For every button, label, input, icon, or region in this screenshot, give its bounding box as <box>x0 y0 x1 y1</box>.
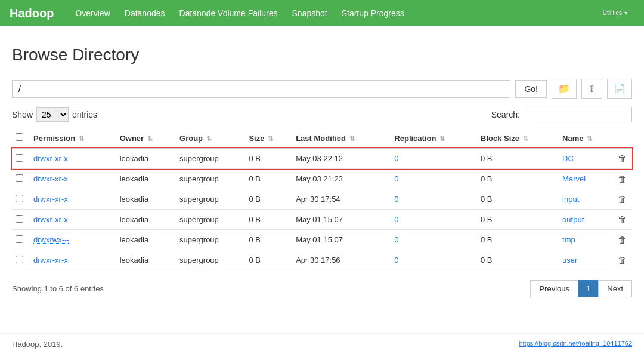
name-cell[interactable]: tmp <box>562 235 575 244</box>
size-cell: 0 B <box>245 169 292 189</box>
row-checkbox-0[interactable] <box>16 154 23 162</box>
upload-icon: ⇧ <box>588 84 596 94</box>
table-row: drwxr-xr-xleokadiasupergroup0 BApr 30 17… <box>12 250 632 270</box>
show-label-pre: Show <box>12 110 33 119</box>
footer-bar: Showing 1 to 6 of 6 entries Previous 1 N… <box>12 280 632 297</box>
row-checkbox-3[interactable] <box>16 215 23 223</box>
sort-icon: ⇅ <box>79 135 84 143</box>
replication-cell[interactable]: 0 <box>394 154 398 163</box>
name-cell[interactable]: DC <box>562 154 574 163</box>
entries-select[interactable]: 102550100 <box>36 107 69 122</box>
replication-cell[interactable]: 0 <box>394 215 398 224</box>
path-input[interactable] <box>12 80 510 98</box>
name-cell[interactable]: input <box>562 195 579 204</box>
replication-cell[interactable]: 0 <box>394 235 398 244</box>
permission-cell[interactable]: drwxr-xr-x <box>33 215 68 224</box>
sort-icon: ⇅ <box>439 135 445 143</box>
block-size-cell: 0 B <box>477 250 559 270</box>
nav-link-datanodes[interactable]: Datanodes <box>117 0 172 26</box>
site-footer-link[interactable]: https://blog.csdn.net/roaling_10411762 <box>519 340 632 347</box>
group-cell: supergroup <box>176 250 245 270</box>
page-number: 1 <box>578 280 598 297</box>
size-cell: 0 B <box>245 250 292 270</box>
size-cell: 0 B <box>245 230 292 250</box>
col-last-modified[interactable]: Last Modified ⇅ <box>292 128 391 148</box>
block-size-cell: 0 B <box>477 148 559 169</box>
brand-logo: Hadoop <box>10 7 54 20</box>
permission-cell[interactable]: drwxr-xr-x <box>33 195 68 204</box>
row-checkbox-4[interactable] <box>16 235 23 243</box>
navbar: Hadoop OverviewDatanodesDatanode Volume … <box>0 0 644 26</box>
name-cell[interactable]: user <box>562 256 577 264</box>
delete-icon[interactable]: 🗑 <box>618 174 627 184</box>
last-modified-cell: Apr 30 17:56 <box>292 250 391 270</box>
delete-icon[interactable]: 🗑 <box>618 153 627 164</box>
name-cell[interactable]: output <box>562 215 584 224</box>
col-owner[interactable]: Owner ⇅ <box>116 128 176 148</box>
nav-link-overview[interactable]: Overview <box>68 0 117 26</box>
row-checkbox-2[interactable] <box>16 195 23 202</box>
col-group[interactable]: Group ⇅ <box>176 128 245 148</box>
permission-cell[interactable]: drwxr-xr-x <box>33 174 68 183</box>
replication-cell[interactable]: 0 <box>394 195 398 204</box>
group-cell: supergroup <box>176 169 245 189</box>
file-icon-button[interactable]: 📄 <box>607 79 632 99</box>
block-size-cell: 0 B <box>477 169 559 189</box>
directory-table: Permission ⇅Owner ⇅Group ⇅Size ⇅Last Mod… <box>12 128 632 270</box>
file-icon: 📄 <box>614 84 626 94</box>
folder-icon-button[interactable]: 📁 <box>552 79 577 99</box>
col-permission[interactable]: Permission ⇅ <box>30 128 116 148</box>
nav-link-snapshot[interactable]: Snapshot <box>285 0 335 26</box>
previous-button[interactable]: Previous <box>530 280 578 297</box>
delete-icon[interactable]: 🗑 <box>618 255 627 265</box>
showing-text: Showing 1 to 6 of 6 entries <box>12 284 104 293</box>
owner-cell: leokadia <box>116 250 176 270</box>
last-modified-cell: May 03 22:12 <box>292 148 391 169</box>
col-name[interactable]: Name ⇅ <box>559 128 614 148</box>
select-all-checkbox[interactable] <box>16 133 23 141</box>
delete-icon[interactable]: 🗑 <box>618 214 627 224</box>
col-block-size[interactable]: Block Size ⇅ <box>477 128 559 148</box>
show-search-row: Show 102550100 entries Search: <box>12 107 632 122</box>
col-action <box>614 128 632 148</box>
replication-cell[interactable]: 0 <box>394 174 398 183</box>
group-cell: supergroup <box>176 210 245 230</box>
last-modified-cell: May 03 21:23 <box>292 169 391 189</box>
group-cell: supergroup <box>176 189 245 210</box>
search-label: Search: <box>491 110 520 119</box>
search-input[interactable] <box>525 107 632 122</box>
sort-icon: ⇅ <box>349 135 355 143</box>
sort-icon: ⇅ <box>206 135 212 143</box>
utilities-dropdown[interactable]: Utilities ▾ <box>593 0 634 26</box>
table-row: drwxr-xr-xleokadiasupergroup0 BMay 03 21… <box>12 169 632 189</box>
row-checkbox-1[interactable] <box>16 174 23 182</box>
next-button[interactable]: Next <box>598 280 632 297</box>
site-footer: Hadoop, 2019. https://blog.csdn.net/roal… <box>0 333 644 355</box>
delete-icon[interactable]: 🗑 <box>618 194 627 204</box>
row-checkbox-5[interactable] <box>16 256 23 263</box>
page-title: Browse Directory <box>12 45 632 64</box>
owner-cell: leokadia <box>116 210 176 230</box>
delete-icon[interactable]: 🗑 <box>618 235 627 245</box>
nav-link-startup-progress[interactable]: Startup Progress <box>335 0 411 26</box>
go-button[interactable]: Go! <box>515 80 547 98</box>
permission-cell[interactable]: drwxrwx--- <box>33 235 70 244</box>
name-cell[interactable]: Marvel <box>562 174 586 183</box>
col-replication[interactable]: Replication ⇅ <box>391 128 477 148</box>
path-bar: Go! 📁 ⇧ 📄 <box>12 79 632 99</box>
upload-icon-button[interactable]: ⇧ <box>581 79 602 99</box>
nav-link-datanode-volume-failures[interactable]: Datanode Volume Failures <box>172 0 285 26</box>
search-area: Search: <box>491 107 632 122</box>
block-size-cell: 0 B <box>477 210 559 230</box>
folder-icon: 📁 <box>558 84 570 94</box>
permission-cell[interactable]: drwxr-xr-x <box>33 154 68 163</box>
sort-icon: ⇅ <box>147 135 153 143</box>
table-row: drwxr-xr-xleokadiasupergroup0 BMay 03 22… <box>12 148 632 169</box>
block-size-cell: 0 B <box>477 230 559 250</box>
replication-cell[interactable]: 0 <box>394 256 398 264</box>
table-row: drwxrwx---leokadiasupergroup0 BMay 01 15… <box>12 230 632 250</box>
block-size-cell: 0 B <box>477 189 559 210</box>
permission-cell[interactable]: drwxr-xr-x <box>33 256 68 264</box>
table-row: drwxr-xr-xleokadiasupergroup0 BApr 30 17… <box>12 189 632 210</box>
col-size[interactable]: Size ⇅ <box>245 128 292 148</box>
